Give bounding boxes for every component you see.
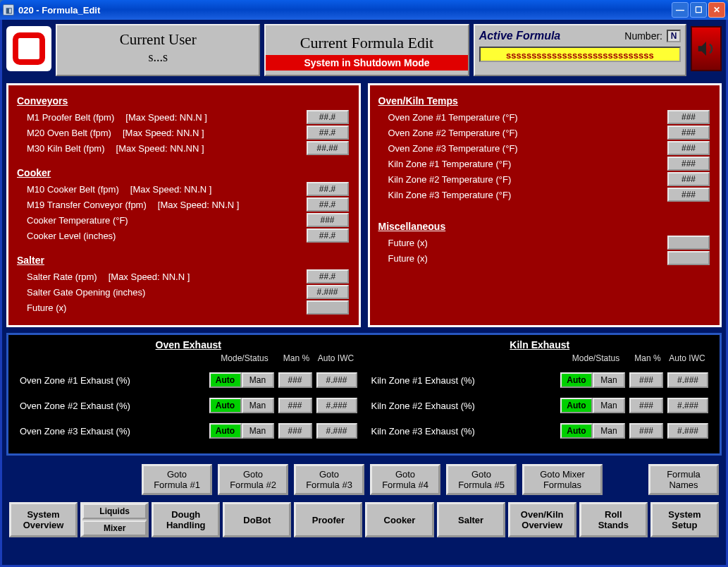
current-user-value: s...s bbox=[57, 50, 259, 65]
window-minimize-button[interactable]: — bbox=[672, 2, 689, 18]
window-close-button[interactable]: ✕ bbox=[708, 2, 725, 18]
value-button[interactable]: ##.# bbox=[307, 110, 349, 124]
value-button[interactable]: ### bbox=[667, 157, 710, 171]
formula-number-value[interactable]: N bbox=[667, 30, 681, 42]
window-titlebar: ◧ 020 - Formula_Edit — ☐ ✕ bbox=[0, 0, 728, 20]
logo-icon[interactable] bbox=[6, 26, 51, 71]
nav-liquids[interactable]: Liquids bbox=[82, 504, 147, 519]
conveyors-heading: Conveyors bbox=[17, 95, 352, 106]
auto-button[interactable]: Auto bbox=[560, 423, 593, 439]
page-title: Current Formula Edit bbox=[266, 25, 467, 52]
goto-formula-5-button[interactable]: GotoFormula #5 bbox=[446, 464, 517, 495]
row-label: Oven Zone #3 Temperature (°F) bbox=[380, 143, 668, 154]
nav-system-setup[interactable]: SystemSetup bbox=[650, 502, 719, 537]
window-title: 020 - Formula_Edit bbox=[18, 5, 100, 16]
value-button[interactable]: #.### bbox=[307, 285, 349, 299]
goto-formula-3-button[interactable]: GotoFormula #3 bbox=[294, 464, 364, 495]
row-label: M10 Cooker Belt (fpm) bbox=[27, 184, 119, 195]
nav-proofer[interactable]: Proofer bbox=[294, 502, 362, 537]
value-button[interactable] bbox=[667, 236, 710, 250]
value-button[interactable]: ### bbox=[667, 126, 710, 140]
man-pct-button[interactable]: ### bbox=[278, 398, 312, 413]
alarm-speaker-icon[interactable] bbox=[691, 26, 722, 71]
value-button[interactable]: ### bbox=[667, 110, 710, 124]
right-red-panel: Oven/Kiln Temps Oven Zone #1 Temperature… bbox=[368, 83, 722, 327]
nav-cooker[interactable]: Cooker bbox=[365, 502, 433, 537]
iwc-button[interactable]: #.### bbox=[667, 372, 708, 388]
iwc-button[interactable]: #.### bbox=[316, 372, 357, 388]
man-pct-button[interactable]: ### bbox=[629, 398, 663, 413]
auto-button[interactable]: Auto bbox=[209, 398, 242, 413]
row-label: M20 Oven Belt (fpm) bbox=[27, 128, 111, 138]
man-button[interactable]: Man bbox=[593, 398, 625, 413]
value-button[interactable] bbox=[667, 251, 710, 265]
shutdown-banner: System in Shutdown Mode bbox=[266, 55, 467, 71]
value-button[interactable]: ##.## bbox=[307, 141, 349, 155]
auto-button[interactable]: Auto bbox=[209, 372, 242, 388]
head-mode: Mode/Status bbox=[211, 353, 278, 363]
value-button[interactable]: ##.# bbox=[307, 182, 349, 196]
man-button[interactable]: Man bbox=[242, 398, 274, 413]
nav-dough-handling[interactable]: DoughHandling bbox=[152, 502, 220, 537]
value-button[interactable]: ### bbox=[667, 141, 710, 155]
exhaust-panel: Oven Exhaust Mode/StatusMan %Auto IWC Ov… bbox=[6, 333, 722, 456]
value-button[interactable]: ##.# bbox=[307, 126, 349, 140]
nav-roll-stands[interactable]: RollStands bbox=[579, 502, 648, 537]
head-iwc: Auto IWC bbox=[666, 353, 708, 363]
exhaust-row-label: Oven Zone #3 Exhaust (%) bbox=[20, 426, 209, 437]
auto-button[interactable]: Auto bbox=[560, 372, 593, 388]
iwc-button[interactable]: #.### bbox=[667, 398, 708, 413]
man-button[interactable]: Man bbox=[593, 372, 625, 388]
window-maximize-button[interactable]: ☐ bbox=[690, 2, 707, 18]
current-user-label: Current User bbox=[57, 31, 259, 49]
value-button[interactable] bbox=[307, 300, 349, 315]
kiln-exhaust-column: Kiln Exhaust Mode/StatusMan %Auto IWC Ki… bbox=[371, 339, 709, 449]
value-button[interactable]: ### bbox=[307, 213, 349, 227]
left-red-panel: Conveyors M1 Proofer Belt (fpm)[Max Spee… bbox=[6, 83, 361, 327]
row-label: Cooker Temperature (°F) bbox=[27, 215, 128, 226]
man-pct-button[interactable]: ### bbox=[629, 372, 663, 388]
formula-names-button[interactable]: FormulaNames bbox=[648, 464, 719, 495]
temps-heading: Oven/Kiln Temps bbox=[378, 95, 713, 106]
head-iwc: Auto IWC bbox=[315, 353, 357, 363]
iwc-button[interactable]: #.### bbox=[667, 423, 708, 439]
row-note: [Max Speed: NN.NN ] bbox=[116, 143, 204, 154]
auto-button[interactable]: Auto bbox=[560, 398, 593, 413]
man-button[interactable]: Man bbox=[593, 423, 625, 439]
value-button[interactable]: ### bbox=[667, 172, 710, 186]
row-label: Salter Rate (rpm) bbox=[27, 272, 97, 282]
salter-heading: Salter bbox=[17, 255, 352, 266]
row-label: Salter Gate Opening (inches) bbox=[27, 287, 145, 298]
app-icon: ◧ bbox=[3, 4, 14, 16]
exhaust-row-label: Kiln Zone #1 Exhaust (%) bbox=[371, 375, 561, 386]
exhaust-row-label: Kiln Zone #3 Exhaust (%) bbox=[371, 426, 561, 437]
nav-mixer[interactable]: Mixer bbox=[82, 520, 147, 536]
auto-button[interactable]: Auto bbox=[209, 423, 242, 439]
value-button[interactable]: ##.# bbox=[307, 197, 349, 212]
goto-mixer-formulas-button[interactable]: Goto MixerFormulas bbox=[522, 464, 603, 495]
man-button[interactable]: Man bbox=[242, 372, 274, 388]
head-man: Man % bbox=[629, 353, 666, 363]
value-button[interactable]: ##.# bbox=[307, 269, 349, 284]
man-pct-button[interactable]: ### bbox=[278, 423, 312, 439]
man-pct-button[interactable]: ### bbox=[278, 372, 312, 388]
goto-formula-2-button[interactable]: GotoFormula #2 bbox=[218, 464, 288, 495]
formula-name-value: sssssssssssssssssssssssssssss bbox=[479, 47, 681, 62]
man-pct-button[interactable]: ### bbox=[629, 423, 663, 439]
nav-system-overview[interactable]: SystemOverview bbox=[9, 502, 78, 537]
active-formula-label: Active Formula bbox=[479, 30, 561, 42]
active-formula-panel: Active Formula Number: N sssssssssssssss… bbox=[474, 24, 686, 76]
nav-dobot[interactable]: DoBot bbox=[223, 502, 291, 537]
center-title-panel: Current Formula Edit System in Shutdown … bbox=[264, 24, 469, 76]
iwc-button[interactable]: #.### bbox=[316, 398, 357, 413]
value-button[interactable]: ##.# bbox=[307, 228, 349, 243]
value-button[interactable]: ### bbox=[667, 188, 710, 202]
goto-formula-4-button[interactable]: GotoFormula #4 bbox=[370, 464, 440, 495]
nav-salter[interactable]: Salter bbox=[437, 502, 505, 537]
goto-formula-1-button[interactable]: GotoFormula #1 bbox=[142, 464, 212, 495]
exhaust-row-label: Oven Zone #1 Exhaust (%) bbox=[20, 375, 209, 386]
row-label: Future (x) bbox=[380, 253, 668, 264]
iwc-button[interactable]: #.### bbox=[316, 423, 357, 439]
man-button[interactable]: Man bbox=[242, 423, 274, 439]
nav-oven-kiln[interactable]: Oven/KilnOverview bbox=[508, 502, 576, 537]
